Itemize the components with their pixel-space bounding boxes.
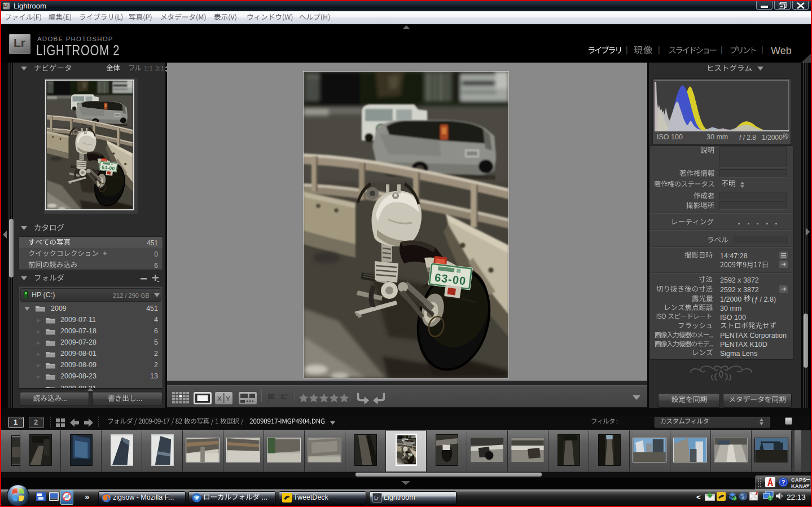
svg-text:Y: Y [226,395,230,402]
svg-text:?: ? [782,479,785,486]
svg-text:a: a [742,493,745,500]
svg-text:X: X [217,395,222,402]
svg-text:Lr: Lr [374,495,379,501]
